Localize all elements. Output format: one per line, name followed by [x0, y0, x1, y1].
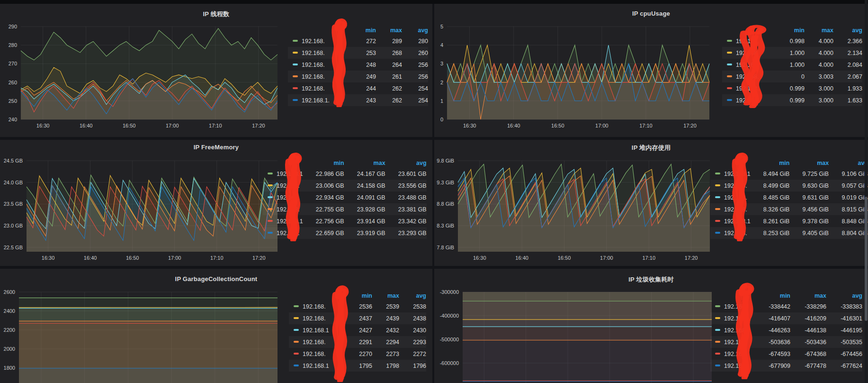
legend-row: 192.168.8.326 GiB9.456 GiB8.915 GiB: [710, 203, 868, 215]
legend-header-avg[interactable]: avg: [829, 158, 868, 168]
legend-row: 192.168.18.261 GiB9.378 GiB8.848 GiB: [710, 215, 868, 227]
legend-series-label[interactable]: 192.168.: [710, 348, 754, 360]
legend-series-label[interactable]: 192.168.1: [289, 324, 345, 336]
legend-series-label[interactable]: 192.168.: [710, 324, 754, 336]
legend-header-max[interactable]: max: [376, 25, 402, 35]
legend-min-value: 253: [350, 47, 376, 59]
chart-gccount[interactable]: [19, 292, 277, 383]
chart-canvas-freememory[interactable]: [27, 161, 277, 252]
legend-header-max[interactable]: max: [789, 158, 829, 168]
legend-header-avg[interactable]: avg: [826, 291, 862, 301]
panel-title[interactable]: IP 线程数: [0, 10, 432, 18]
legend-avg-value: -674456: [826, 348, 862, 360]
legend-avg-value: -446195: [826, 324, 862, 336]
legend-series-label[interactable]: 192.168.: [710, 203, 751, 215]
y-axis-label: 9.3 GiB: [437, 180, 454, 185]
legend-series-label[interactable]: 192.168.: [289, 312, 345, 324]
legend-avg-value: 2.067: [833, 71, 862, 82]
legend-series-label[interactable]: 192.168.: [289, 348, 345, 360]
legend-series-label[interactable]: 192.168.1: [710, 215, 751, 227]
x-axis-label: 17:20: [252, 255, 266, 261]
legend-header-avg[interactable]: avg: [385, 158, 427, 168]
legend-series-label[interactable]: 192.168.: [288, 71, 350, 82]
legend-series-label[interactable]: 192.168.: [288, 59, 350, 71]
legend-series-name: 192.168.: [302, 73, 325, 80]
chart-canvas-gccount[interactable]: [19, 292, 277, 383]
legend-series-label[interactable]: 192.168.: [710, 360, 754, 372]
legend-series-label[interactable]: 192.168.1: [263, 168, 303, 180]
chart-freememory[interactable]: [27, 161, 277, 252]
legend-header-avg[interactable]: avg: [402, 25, 428, 35]
chart-canvas-gctime[interactable]: [463, 292, 712, 383]
legend-series-label[interactable]: 192.168.: [710, 301, 754, 312]
legend-header-min[interactable]: min: [345, 291, 372, 301]
chart-gctime[interactable]: [463, 292, 712, 383]
legend-color-swatch: [293, 99, 298, 101]
legend-series-label[interactable]: 192.168.: [722, 82, 776, 94]
panel-title[interactable]: IP 堆内存使用: [434, 144, 868, 152]
legend-color-swatch: [293, 40, 298, 42]
chart-canvas-heap[interactable]: [458, 161, 710, 252]
legend-max-value: 23.928 GB: [344, 203, 385, 215]
legend-series-label[interactable]: 192.168.: [710, 180, 751, 192]
legend-series-label[interactable]: 192.168.: [722, 35, 776, 47]
legend-header-avg[interactable]: avg: [399, 291, 426, 301]
legend-series-name: 192.168.1: [724, 218, 751, 225]
chart-canvas-cpu[interactable]: [447, 27, 709, 119]
y-axis-label: 0: [440, 117, 443, 122]
legend-series-label[interactable]: 192.168.1: [289, 360, 345, 372]
panel-title[interactable]: IP GarbageCollectionCount: [0, 275, 432, 283]
legend-series-label[interactable]: 192.168.: [722, 94, 776, 106]
legend-series-label[interactable]: 192.168.: [710, 312, 754, 324]
panel-title[interactable]: IP cpuUsage: [434, 10, 868, 17]
legend-header-max[interactable]: max: [344, 158, 385, 168]
legend-header-min[interactable]: min: [303, 158, 344, 168]
legend-series-label[interactable]: 192.168.: [263, 180, 303, 192]
legend-series-label[interactable]: 192.168.: [289, 336, 345, 348]
chart-threads[interactable]: [21, 27, 277, 119]
legend-series-label[interactable]: 192.168.: [722, 47, 776, 59]
legend-header-max[interactable]: max: [372, 291, 399, 301]
legend-series-label[interactable]: 192.168.: [263, 227, 303, 239]
legend-header-min[interactable]: min: [751, 158, 790, 168]
legend-header-min[interactable]: min: [754, 291, 790, 301]
panel-gctime: IP 垃圾收集耗时-300000-400000-500000-600000-70…: [434, 269, 868, 383]
legend-header-max[interactable]: max: [805, 25, 833, 35]
legend-header-min[interactable]: min: [350, 25, 376, 35]
legend-row: 192.168.1.0004.0002.084: [722, 59, 862, 71]
panel-title[interactable]: IP 垃圾收集耗时: [434, 275, 868, 284]
legend-min-value: 2270: [345, 348, 372, 360]
legend-series-name: 192.168.: [724, 206, 747, 213]
legend-series-label[interactable]: 192.168.: [722, 59, 776, 71]
panel-title[interactable]: IP FreeMemory: [0, 144, 432, 151]
legend-max-value: 2432: [372, 324, 399, 336]
legend-color-swatch: [268, 220, 273, 222]
legend-row: 192.168.1179517981796: [289, 360, 426, 372]
legend-series-label[interactable]: 192.168.: [263, 203, 303, 215]
legend-header-min[interactable]: min: [776, 25, 805, 35]
legend-header-avg[interactable]: avg: [833, 25, 862, 35]
legend-header-row: minmaxavg: [289, 291, 426, 301]
legend-series-label[interactable]: 192.168.: [722, 71, 776, 82]
scrollbar-thumb[interactable]: [865, 197, 868, 321]
chart-canvas-threads[interactable]: [21, 27, 277, 119]
legend-series-label[interactable]: 192.168.: [288, 35, 350, 47]
chart-heap[interactable]: [458, 161, 710, 252]
legend-row: 192.168.8.485 GiB9.631 GiB9.019 GiB: [710, 192, 868, 203]
legend-series-label[interactable]: 192.168.: [710, 192, 751, 203]
legend-series-label[interactable]: 192.168.: [710, 227, 751, 239]
legend-series-label[interactable]: 192.168.: [288, 47, 350, 59]
legend-series-label[interactable]: 192.168.: [288, 82, 350, 94]
legend-series-label[interactable]: 192.168.1: [263, 215, 303, 227]
legend-header-max[interactable]: max: [790, 291, 826, 301]
chart-cpu[interactable]: [447, 27, 709, 119]
legend-table: minmaxavg192.168.-338442-338296-33838319…: [710, 291, 862, 372]
legend-series-label[interactable]: 192.168.: [263, 192, 303, 203]
legend-series-label[interactable]: 192.168.1.: [288, 94, 350, 106]
legend-max-value: 264: [376, 59, 402, 71]
legend-avg-value: 1.633: [833, 94, 862, 106]
legend-series-label[interactable]: 192.168.1: [710, 168, 751, 180]
legend-series-label[interactable]: 192.168.: [710, 336, 754, 348]
page-scrollbar[interactable]: [865, 0, 868, 383]
legend-series-label[interactable]: 192.168.: [289, 301, 345, 312]
